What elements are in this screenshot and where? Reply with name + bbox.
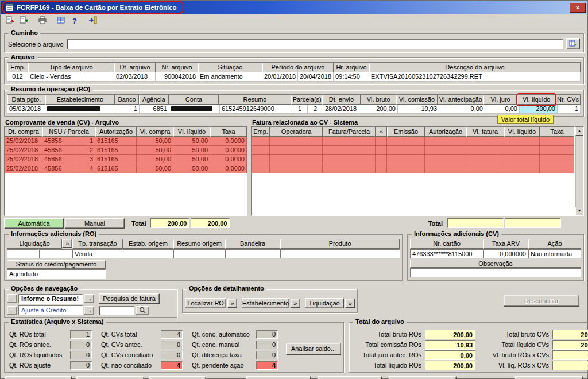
column-header-vl-liquido-annotated: Vl. líquido	[517, 95, 555, 105]
total-value: 200,00	[552, 340, 588, 350]
observacao-value	[410, 268, 581, 277]
fatura-empty-row[interactable]	[252, 164, 574, 173]
cv-header-row: Dt. compra NSU / Parcela Autorização Vl.…	[5, 127, 247, 137]
estabelecimento-chevron[interactable]: »	[291, 299, 300, 308]
total-label: Total comissão ROs	[355, 341, 425, 348]
stat-value: 0	[256, 330, 278, 339]
search-icon	[139, 308, 146, 315]
header-taxa-arv: Taxa ARV	[483, 239, 528, 249]
localizar-ro-button[interactable]: Localizar RO	[185, 298, 226, 308]
conciliar-button[interactable]: Conciliar	[149, 376, 206, 379]
cv-row[interactable]: 25/02/2018 45856 4 615165 50,00 50,00 0,…	[5, 164, 247, 173]
alterar-situacao-button[interactable]: Alterar situação	[76, 376, 144, 379]
help-button[interactable]: ?	[68, 15, 81, 27]
estatistica-grid: Qt. ROs total1 Qt. CVs total4 Qt. conc. …	[7, 327, 278, 370]
cell-empty	[425, 146, 466, 155]
fatura-search-input[interactable]	[99, 306, 134, 315]
title-bar[interactable]: FCRFP169 - Baixa de Cartão por Extrato E…	[1, 1, 587, 14]
table-view-button[interactable]	[55, 15, 67, 27]
cell-parcela: 3	[78, 155, 95, 164]
scroll-down-button[interactable]: ▼	[575, 207, 583, 215]
scrollbar-track[interactable]	[575, 136, 583, 207]
print-button[interactable]	[36, 15, 49, 27]
manual-button[interactable]: Manual	[65, 218, 125, 229]
estabelecimento-button[interactable]: Estabelecimento	[242, 298, 289, 308]
column-header-conta: Conta	[169, 95, 219, 105]
cell-taxa: 0,0000	[210, 137, 247, 146]
fatura-empty-row[interactable]	[252, 155, 574, 164]
bandeira-value	[225, 249, 280, 258]
cell-parcela: 4	[78, 164, 95, 173]
arrow-left-icon: ←	[9, 307, 16, 314]
resumo-ro-group: Resumo de operação (RO) Data pgto. Estab…	[4, 90, 584, 117]
cv-controls: Automática Manual Total 200,00 200,00	[4, 218, 247, 229]
column-header-nsu-parcela: NSU / Parcela	[42, 127, 95, 137]
stat-value-alert: 4	[161, 361, 183, 370]
file-path-input[interactable]	[67, 39, 563, 49]
stat-label: Qt. diferença taxa	[192, 351, 256, 358]
cell-empty	[270, 137, 323, 146]
arquivo-grid: Emp. Tipo de arquivo Dt. arquivo Nr. arq…	[7, 62, 581, 82]
cell-vl-liquido: 50,00	[173, 137, 210, 146]
cv-row[interactable]: 25/02/2018 45856 3 615165 50,00 50,00 0,…	[5, 155, 247, 164]
analisar-saldo-button[interactable]: Analisar saldo...	[286, 343, 341, 355]
cell-dt-compra: 25/02/2018	[5, 164, 42, 173]
browse-file-button[interactable]	[566, 38, 580, 49]
column-header-taxa: Taxa	[540, 127, 574, 137]
resumo-ro-row[interactable]: 05/03/2018 1 6851 615245912649000 1 2 28…	[7, 105, 581, 114]
cell-taxa: 0,0000	[210, 155, 247, 164]
export-record-button[interactable]	[4, 15, 17, 27]
pesquisa-fatura-button[interactable]: Pesquisa de fatura	[99, 293, 160, 304]
window-title: FCRFP169 - Baixa de Cartão por Extrato E…	[17, 4, 177, 11]
processar-button[interactable]: Processar	[515, 376, 583, 379]
cell-nr-cvs: 1	[558, 105, 581, 114]
automatica-button[interactable]: Automática	[4, 218, 64, 229]
cv-row[interactable]: 25/02/2018 45856 2 615165 50,00 50,00 0,…	[5, 146, 247, 155]
vertical-scrollbar[interactable]: ▲ ▼	[575, 126, 584, 216]
stat-value: 0	[161, 341, 183, 349]
scroll-up-button[interactable]: ▲	[575, 127, 583, 136]
cell-empty	[323, 137, 376, 146]
auditoria-button[interactable]: Auditoria...	[246, 376, 311, 379]
liquidacao-chevron-button[interactable]: »	[62, 239, 72, 248]
localizar-ro-chevron[interactable]: »	[227, 299, 237, 308]
desconciliar-button[interactable]: Desconciliar	[504, 295, 579, 307]
consultar-button[interactable]: Consultar...	[5, 376, 72, 379]
cell-empty	[466, 155, 504, 164]
next-resumo-button[interactable]: →	[84, 294, 94, 303]
export-add-button[interactable]	[18, 15, 30, 27]
column-header-chevron[interactable]: »	[376, 127, 387, 137]
fatura-sistema-pane: Fatura relacionada ao CV - Sistema Emp. …	[251, 118, 584, 229]
liquidacao-button[interactable]: Liquidação	[305, 298, 345, 308]
cell-situacao: Em andamento	[198, 72, 262, 82]
cell-empty	[425, 137, 466, 146]
cv-total-label: Total	[131, 220, 146, 227]
prev-resumo-button[interactable]: ←	[7, 294, 17, 303]
nav-options-group: Opções de navegação ← Informe o Resumo! …	[4, 289, 177, 318]
cell-empty	[540, 146, 574, 155]
cell-empty	[540, 155, 574, 164]
cell-empty	[376, 137, 387, 146]
resumo-origem-value	[173, 249, 225, 258]
cell-vl-compra: 50,00	[137, 146, 173, 155]
prev-ajuste-button[interactable]: ←	[7, 306, 17, 315]
fatura-total-2	[505, 218, 561, 228]
liquidacao-chevron[interactable]: »	[345, 299, 355, 308]
next-ajuste-button[interactable]: →	[84, 306, 94, 315]
close-button[interactable]: ×	[570, 3, 586, 13]
arquivo-row[interactable]: 012 Cielo - Vendas 02/03/2018 900042018 …	[7, 72, 581, 82]
cell-vl-liquido-highlighted[interactable]: 200,00	[520, 105, 558, 114]
header-produto: Produto	[280, 239, 400, 249]
fatura-empty-row[interactable]	[252, 146, 574, 155]
exit-button[interactable]	[87, 15, 99, 27]
fatura-empty-row[interactable]	[252, 137, 574, 146]
fatura-em-aberto-button[interactable]: Fatura em aberto...	[389, 376, 457, 379]
search-button[interactable]	[136, 306, 149, 315]
cell-nsu: 45856	[42, 164, 78, 173]
cv-row[interactable]: 25/02/2018 45856 1 615165 50,00 50,00 0,…	[5, 137, 247, 146]
stat-label: Qt. ROs liquidados	[9, 351, 70, 358]
options-section: Opções de navegação ← Informe o Resumo! …	[4, 284, 584, 318]
stat-label: Qt. CVs conciliado	[101, 351, 161, 358]
stat-label: Qt. CVs antec.	[101, 341, 161, 348]
nao-conciliada-button[interactable]: Não conciliada...	[318, 376, 382, 379]
